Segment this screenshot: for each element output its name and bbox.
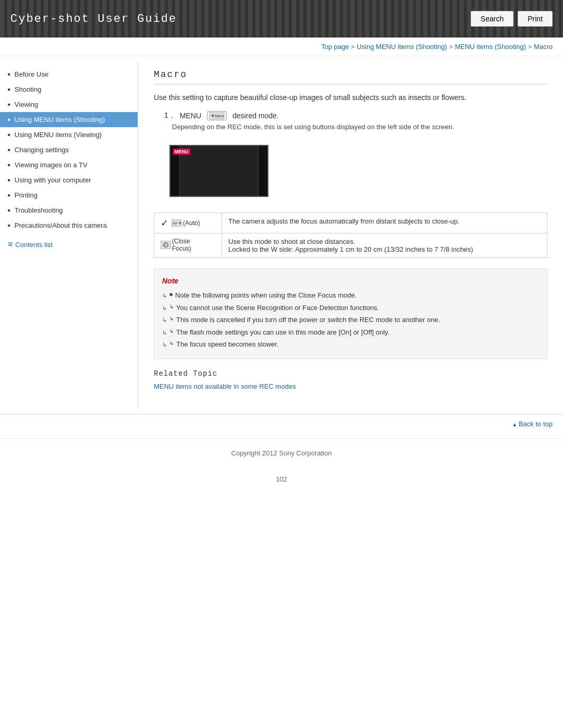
note-item: ↳ The focus speed becomes slower. [162,338,539,351]
table-cell-mode2: + (CloseFocus) [154,233,222,258]
note-list: ■ Note the following points when using t… [162,289,539,351]
print-button[interactable]: Print [518,11,553,27]
macro-table: ✓ AF▼ (Auto) The camera adjusts the focu… [154,213,547,258]
step1-note: Depending on the REC mode, this is set u… [172,123,547,131]
description-text: Use this setting to capture beautiful cl… [154,92,547,103]
menu-label: MENU [180,112,201,120]
note-text-3: The flash mode settings you can use in t… [176,327,389,338]
note-text-4: The focus speed becomes slower. [176,339,279,350]
related-topic: Related Topic MENU items not available i… [154,369,547,390]
note-bullet-icon: ↳ [169,327,174,335]
main-layout: Before Use Shooting Viewing Using MENU i… [0,56,563,414]
table-row: + (CloseFocus) Use this mode to shoot at… [154,233,547,258]
header: Cyber-shot User Guide Search Print [0,0,563,38]
table-cell-desc1: The camera adjusts the focus automatical… [222,213,547,233]
breadcrumb-macro[interactable]: Macro [534,43,553,51]
menu-diagram: MENU [169,145,268,197]
menu-tag: MENU [173,149,190,155]
sidebar-item-printing[interactable]: Printing [0,188,138,203]
table-cell-mode1: ✓ AF▼ (Auto) [154,213,222,233]
content-area: Macro Use this setting to capture beauti… [138,61,563,409]
note-text-1: You cannot use the Scene Recognition or … [176,303,379,313]
step-number: 1． [164,111,176,120]
note-bullet-icon: ■ [169,290,173,298]
footer: Copyright 2012 Sony Corporation [0,438,563,467]
copyright-text: Copyright 2012 Sony Corporation [231,449,332,457]
svg-text:Macro: Macro [215,114,224,118]
menu-right-bar [258,146,267,196]
sidebar-item-before-use[interactable]: Before Use [0,67,138,82]
note-text-2: This mode is cancelled if you turn off t… [176,315,440,325]
breadcrumb: Top page > Using MENU items (Shooting) >… [0,38,563,56]
svg-text:+: + [164,243,166,247]
page-number: 102 [0,467,563,491]
note-text-0: Note the following points when using the… [175,290,357,301]
note-bullet-icon: ↳ [169,303,174,311]
page-title: Macro [154,69,547,84]
note-box: Note ■ Note the following points when us… [154,268,547,359]
sidebar-item-viewing-tv[interactable]: Viewing images on a TV [0,157,138,172]
breadcrumb-top[interactable]: Top page [321,43,349,51]
sidebar-item-using-menu-viewing[interactable]: Using MENU items (Viewing) [0,127,138,142]
step1-line: 1． MENU ▼ Macro desired mode. [164,111,547,120]
breadcrumb-menu-items[interactable]: MENU items (Shooting) [455,43,526,51]
note-item: ↳ The flash mode settings you can use in… [162,326,539,339]
app-title: Cyber-shot User Guide [10,13,177,26]
sidebar-item-using-computer[interactable]: Using with your computer [0,172,138,188]
macro-icon: ▼ Macro [207,111,227,120]
note-item: ↳ This mode is cancelled if you turn off… [162,314,539,326]
related-topic-link[interactable]: MENU items not available in some REC mod… [154,382,296,390]
svg-text:AF▼: AF▼ [173,221,182,226]
breadcrumb-shooting-menu[interactable]: Using MENU items (Shooting) [357,43,447,51]
sidebar-item-changing-settings[interactable]: Changing settings [0,142,138,157]
sidebar-item-using-menu-shooting[interactable]: Using MENU items (Shooting) [0,112,138,127]
header-buttons: Search Print [471,11,553,27]
sidebar-item-troubleshooting[interactable]: Troubleshooting [0,203,138,218]
back-to-top-row: Back to top [0,414,563,433]
note-bullet-icon: ↳ [169,339,174,347]
sidebar: Before Use Shooting Viewing Using MENU i… [0,61,138,409]
contents-list-link[interactable]: Contents list [0,236,138,253]
svg-text:▼: ▼ [211,114,215,118]
close-focus-icon: + (CloseFocus) [161,238,191,252]
check-icon: ✓ [161,217,168,229]
table-cell-desc2: Use this mode to shoot at close distance… [222,233,547,258]
related-topic-title: Related Topic [154,369,547,378]
note-title: Note [162,277,539,285]
note-bullet-icon: ↳ [169,315,174,323]
note-item: ↳ You cannot use the Scene Recognition o… [162,302,539,314]
search-button[interactable]: Search [471,11,513,27]
sidebar-item-shooting[interactable]: Shooting [0,82,138,97]
mode-auto: AF▼ (Auto) [172,219,200,227]
sidebar-item-precautions[interactable]: Precautions/About this camera [0,218,138,233]
note-item: ■ Note the following points when using t… [162,289,539,302]
table-row: ✓ AF▼ (Auto) The camera adjusts the focu… [154,213,547,233]
back-to-top-link[interactable]: Back to top [512,420,553,428]
step1-end: desired mode. [232,112,279,120]
sidebar-item-viewing[interactable]: Viewing [0,97,138,112]
